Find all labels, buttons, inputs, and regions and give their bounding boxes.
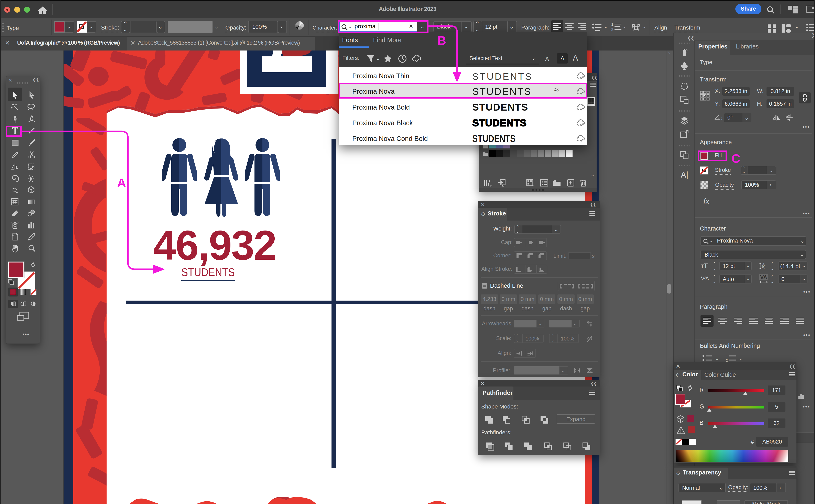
svg-text:A: A	[761, 265, 765, 270]
svg-text:2: 2	[726, 359, 728, 362]
svg-text:1: 1	[611, 22, 614, 26]
svg-text:2: 2	[611, 27, 614, 32]
svg-text:1: 1	[726, 354, 728, 358]
